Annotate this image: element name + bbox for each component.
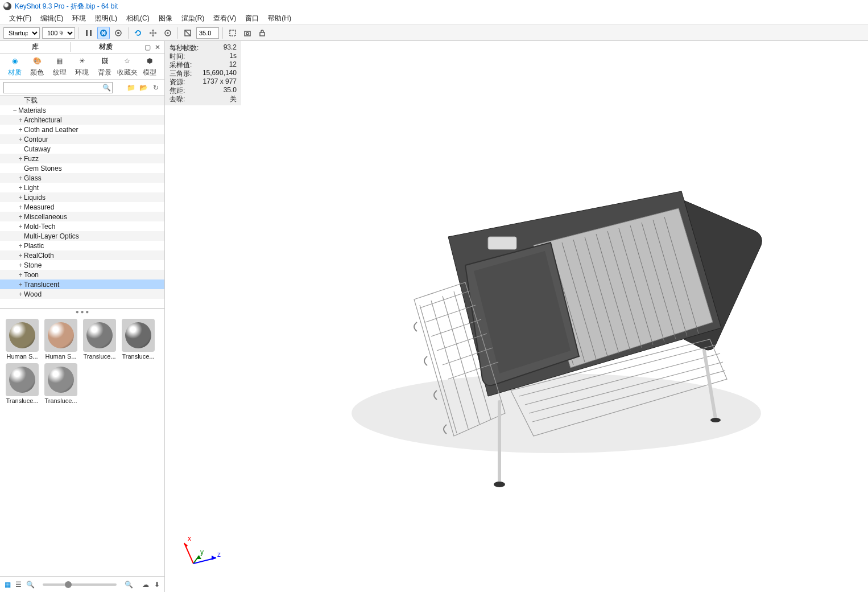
tree-item-liquids[interactable]: + Liquids (0, 192, 164, 202)
tree-item-measured[interactable]: + Measured (0, 202, 164, 212)
tree-item-gem-stones[interactable]: Gem Stones (0, 163, 164, 173)
focal-length-input[interactable] (196, 27, 219, 39)
expand-icon[interactable]: + (17, 271, 24, 279)
region-button[interactable] (226, 27, 239, 39)
expand-icon[interactable]: + (17, 213, 24, 221)
tree-item-下载[interactable]: 下载 (0, 96, 164, 105)
menu-r[interactable]: 渲染(R) (177, 13, 209, 24)
tab-favorites[interactable]: ☆收藏夹 (117, 55, 138, 77)
cloud-download-icon[interactable]: ⬇ (154, 579, 160, 590)
tree-item-mold-tech[interactable]: + Mold-Tech (0, 221, 164, 231)
menu-[interactable]: 窗口 (241, 13, 263, 24)
tree-item-realcloth[interactable]: + RealCloth (0, 250, 164, 260)
tree-item-materials[interactable]: − Materials (0, 105, 164, 115)
workspace-select[interactable]: Startup (3, 27, 40, 39)
expand-icon[interactable]: − (11, 106, 18, 114)
tree-item-architectural[interactable]: + Architectural (0, 115, 164, 125)
expand-icon[interactable]: + (17, 261, 24, 269)
perspective-button[interactable] (181, 27, 194, 39)
models-icon: ⬢ (144, 55, 155, 67)
view-list-icon[interactable]: ☰ (15, 579, 22, 590)
panel-close-icon[interactable]: ✕ (153, 43, 162, 52)
cloud-upload-icon[interactable]: ☁ (142, 579, 149, 590)
realtime-render-button[interactable] (97, 27, 110, 39)
expand-icon[interactable]: + (17, 116, 24, 124)
tree-item-contour[interactable]: + Contour (0, 134, 164, 144)
axis-gizmo[interactable]: x y z (176, 535, 222, 575)
search-input[interactable] (3, 82, 113, 93)
tree-item-toon[interactable]: + Toon (0, 270, 164, 279)
material-thumb[interactable]: Human S... (43, 319, 78, 360)
tab-environments[interactable]: ☀环境 (71, 55, 93, 77)
denoise-button[interactable] (112, 27, 125, 39)
sphere-preview (6, 319, 39, 352)
refresh-library-icon[interactable]: ↻ (151, 83, 161, 93)
environments-icon: ☀ (76, 55, 88, 67)
menu-e[interactable]: 编辑(E) (36, 13, 68, 24)
tree-item-glass[interactable]: + Glass (0, 173, 164, 183)
expand-icon[interactable]: + (17, 223, 24, 231)
zoom-in-icon[interactable]: 🔍 (125, 579, 133, 590)
thumbnail-size-slider[interactable] (43, 583, 117, 586)
tree-item-multi-layer-optics[interactable]: Multi-Layer Optics (0, 231, 164, 241)
material-thumb[interactable]: Transluce... (121, 319, 156, 360)
expand-icon[interactable]: + (17, 126, 24, 134)
menu-h[interactable]: 帮助(H) (263, 13, 296, 24)
expand-icon[interactable]: + (17, 155, 24, 163)
material-thumb[interactable]: Human S... (5, 319, 40, 360)
colors-icon: 🎨 (31, 55, 43, 67)
zoom-select[interactable]: 100 % (42, 27, 75, 39)
window-title: KeyShot 9.3 Pro - 折叠.bip - 64 bit (15, 2, 118, 11)
expand-icon[interactable]: + (17, 290, 24, 298)
lock-button[interactable] (256, 27, 268, 39)
tree-item-stone[interactable]: + Stone (0, 260, 164, 270)
expand-icon[interactable]: + (17, 135, 24, 143)
move-button[interactable] (147, 27, 159, 39)
panel-undock-icon[interactable]: ▢ (143, 43, 152, 52)
menu-l[interactable]: 照明(L) (90, 13, 122, 24)
material-thumb[interactable]: Transluce... (82, 319, 117, 360)
target-button[interactable] (162, 27, 174, 39)
refresh-button[interactable] (132, 27, 144, 39)
tree-item-cloth-and-leather[interactable]: + Cloth and Leather (0, 125, 164, 134)
pause-button[interactable] (82, 27, 95, 39)
menu-c[interactable]: 相机(C) (122, 13, 154, 24)
expand-icon[interactable]: + (17, 194, 24, 202)
tree-item-cutaway[interactable]: Cutaway (0, 144, 164, 154)
expand-icon[interactable]: + (17, 281, 24, 289)
splitter-handle[interactable]: ● ● ● (0, 309, 164, 314)
expand-icon[interactable]: + (17, 252, 24, 260)
tree-item-translucent[interactable]: + Translucent (0, 279, 164, 289)
tree-item-light[interactable]: + Light (0, 183, 164, 192)
menu-f[interactable]: 文件(F) (5, 13, 36, 24)
screenshot-button[interactable] (241, 27, 254, 39)
svg-rect-10 (245, 31, 250, 36)
expand-icon[interactable]: + (17, 184, 24, 192)
tab-textures[interactable]: ▦纹理 (49, 55, 71, 77)
library-tabs: ◉材质🎨颜色▦纹理☀环境🖼背景☆收藏夹⬢模型 (0, 54, 164, 80)
material-thumb[interactable]: Transluce... (43, 363, 78, 404)
material-thumb[interactable]: Transluce... (5, 363, 40, 404)
folder-add-icon[interactable]: 📂 (138, 83, 148, 93)
tree-item-wood[interactable]: + Wood (0, 289, 164, 299)
expand-icon[interactable]: + (17, 203, 24, 211)
view-grid-icon[interactable]: ▦ (5, 579, 11, 590)
tab-materials[interactable]: ◉材质 (4, 55, 26, 77)
tab-models[interactable]: ⬢模型 (139, 55, 160, 77)
menu-v[interactable]: 查看(V) (209, 13, 241, 24)
tree-item-fuzz[interactable]: + Fuzz (0, 154, 164, 163)
panel-header: 库 材质 ▢ ✕ (0, 41, 164, 54)
menu-[interactable]: 环境 (68, 13, 90, 24)
render-viewport[interactable]: 每秒帧数:93.2时间:1s采样值:12三角形:15,690,140资源:173… (165, 41, 868, 592)
zoom-out-icon[interactable]: 🔍 (26, 579, 35, 590)
tree-item-plastic[interactable]: + Plastic (0, 241, 164, 250)
favorites-icon: ☆ (122, 55, 133, 67)
expand-icon[interactable]: + (17, 174, 24, 182)
tab-backplates[interactable]: 🖼背景 (94, 55, 115, 77)
expand-icon[interactable]: + (17, 242, 24, 250)
menu-[interactable]: 图像 (154, 13, 177, 24)
material-tree[interactable]: 下载− Materials+ Architectural+ Cloth and … (0, 96, 164, 309)
tab-colors[interactable]: 🎨颜色 (26, 55, 48, 77)
tree-item-miscellaneous[interactable]: + Miscellaneous (0, 212, 164, 221)
folder-import-icon[interactable]: 📁 (126, 83, 136, 93)
